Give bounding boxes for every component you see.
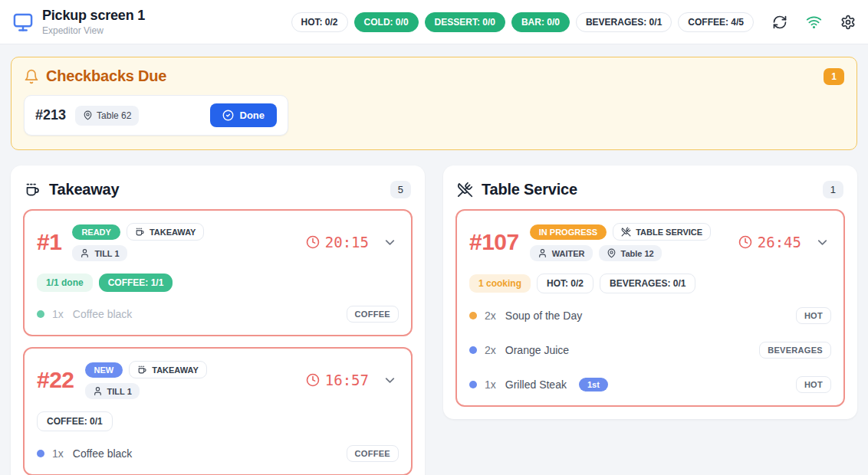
order-timer: 20:15 <box>306 234 369 251</box>
item-name: Soup of the Day <box>505 310 582 322</box>
order-columns: Takeaway 5 #1 READY TAKEAWAY <box>0 165 868 475</box>
order-tags: READY TAKEAWAY TI <box>72 223 204 261</box>
order-tags: NEW TAKEAWAY TILL <box>85 361 207 399</box>
order-source-label: WAITER <box>552 249 585 258</box>
takeaway-title: Takeaway <box>49 181 119 198</box>
order-table-label: Table 12 <box>621 249 654 258</box>
tag-row: TILL 1 <box>72 245 204 261</box>
station-progress-badge: HOT: 0/2 <box>537 274 593 293</box>
item-status-dot <box>469 346 477 354</box>
wifi-icon <box>806 14 822 30</box>
item-station-chip: COFFEE <box>347 306 399 323</box>
status-badge: IN PROGRESS <box>530 224 607 240</box>
item-name: Coffee black <box>73 308 133 320</box>
item-station-chip: HOT <box>796 376 831 393</box>
done-button-label: Done <box>240 110 265 121</box>
course-badge: 1st <box>579 378 608 391</box>
order-source-chip: TILL 1 <box>72 245 127 261</box>
chevron-down-icon[interactable] <box>814 234 831 251</box>
tag-row: NEW TAKEAWAY <box>85 361 207 378</box>
order-source-label: TILL 1 <box>94 249 119 258</box>
cooking-count-badge: 1 cooking <box>469 274 531 293</box>
table-service-panel-header: Table Service 1 <box>455 178 845 198</box>
order-tags: IN PROGRESS TABLE SERVICE <box>530 223 711 261</box>
person-icon <box>538 248 547 258</box>
station-chip-cold: COLD: 0/0 <box>354 12 419 32</box>
order-progress-row: 1 cooking HOT: 0/2 BEVERAGES: 0/1 <box>469 274 831 293</box>
item-name: Coffee black <box>73 447 133 460</box>
person-icon <box>93 386 103 396</box>
order-item-row: 1x Coffee black COFFEE <box>37 304 399 324</box>
item-station-chip: HOT <box>796 307 831 324</box>
item-station-chip: BEVERAGES <box>759 342 831 359</box>
item-qty: 1x <box>485 378 496 391</box>
order-timer-value: 20:15 <box>325 234 369 251</box>
item-qty: 1x <box>52 308 64 320</box>
tag-row: TILL 1 <box>85 383 207 399</box>
checkbacks-title: Checkbacks Due <box>46 67 166 85</box>
coffee-cup-icon <box>137 365 147 375</box>
order-table-chip: Table 12 <box>599 245 662 261</box>
checkbacks-count-badge: 1 <box>824 68 844 85</box>
checkback-table-chip: Table 62 <box>75 106 139 126</box>
tag-row: IN PROGRESS TABLE SERVICE <box>530 223 711 241</box>
chevron-down-icon[interactable] <box>381 234 399 251</box>
map-pin-icon <box>607 248 616 258</box>
order-item-row: 2x Orange Juice BEVERAGES <box>469 340 831 360</box>
order-timer-value: 26:45 <box>758 234 801 251</box>
checkbacks-header: Checkbacks Due 1 <box>24 67 844 85</box>
utensils-crossed-icon <box>621 227 631 237</box>
order-type-label: TABLE SERVICE <box>636 228 702 237</box>
order-number: #22 <box>37 367 74 393</box>
station-chip-hot: HOT: 0/2 <box>291 12 348 32</box>
item-station-chip: COFFEE <box>347 445 399 462</box>
table-service-title: Table Service <box>482 181 577 198</box>
order-header: #1 READY TAKEAWAY <box>37 218 399 266</box>
checkback-order-number: #213 <box>35 107 66 123</box>
map-pin-icon <box>83 110 93 120</box>
order-progress-row: COFFEE: 0/1 <box>37 411 399 431</box>
order-type-chip: TAKEAWAY <box>129 361 207 378</box>
order-source-chip: TILL 1 <box>85 383 140 399</box>
station-chip-coffee: COFFEE: 4/5 <box>678 12 754 32</box>
station-progress-badge: COFFEE: 1/1 <box>99 274 173 292</box>
order-number: #1 <box>37 229 61 255</box>
item-status-dot <box>37 310 44 318</box>
checkback-table-label: Table 62 <box>97 110 131 121</box>
bell-icon <box>24 69 39 84</box>
checkbacks-banner: Checkbacks Due 1 #213 Table 62 Done <box>11 57 857 150</box>
item-status-dot <box>469 312 477 319</box>
order-type-label: TAKEAWAY <box>152 365 199 375</box>
coffee-cup-icon <box>135 227 145 237</box>
station-progress-badge: BEVERAGES: 0/1 <box>600 274 695 293</box>
page-subtitle: Expeditor View <box>42 25 145 36</box>
order-card[interactable]: #22 NEW TAKEAWAY <box>23 347 413 475</box>
status-badge: NEW <box>85 362 123 378</box>
takeaway-panel: Takeaway 5 #1 READY TAKEAWAY <box>11 165 425 475</box>
tag-row: WAITER Table 12 <box>530 245 711 261</box>
header-icons <box>772 14 856 30</box>
item-status-dot <box>37 450 44 457</box>
item-qty: 2x <box>485 344 496 356</box>
order-source-label: TILL 1 <box>107 387 132 396</box>
chevron-down-icon[interactable] <box>381 372 399 389</box>
item-name: Grilled Steak <box>505 378 567 391</box>
item-name: Orange Juice <box>505 344 569 356</box>
order-card[interactable]: #107 IN PROGRESS TABLE SERVICE <box>455 209 845 407</box>
status-badge: READY <box>72 224 120 240</box>
station-summary: HOT: 0/2 COLD: 0/0 DESSERT: 0/0 BAR: 0/0… <box>291 12 856 32</box>
order-header: #22 NEW TAKEAWAY <box>37 356 399 404</box>
item-status-dot <box>469 381 477 388</box>
order-progress-row: 1/1 done COFFEE: 1/1 <box>37 274 399 292</box>
brand: Pickup screen 1 Expeditor View <box>12 8 145 36</box>
refresh-icon[interactable] <box>772 15 787 30</box>
order-timer-area: 20:15 <box>306 234 399 251</box>
order-item-row: 1x Coffee black COFFEE <box>37 444 399 464</box>
checkback-done-button[interactable]: Done <box>210 103 278 127</box>
clock-icon <box>738 235 752 249</box>
settings-icon[interactable] <box>840 15 856 30</box>
checkback-card: #213 Table 62 Done <box>24 95 288 136</box>
order-card[interactable]: #1 READY TAKEAWAY <box>23 209 413 336</box>
order-source-chip: WAITER <box>530 245 593 261</box>
station-progress-badge: COFFEE: 0/1 <box>37 411 113 431</box>
